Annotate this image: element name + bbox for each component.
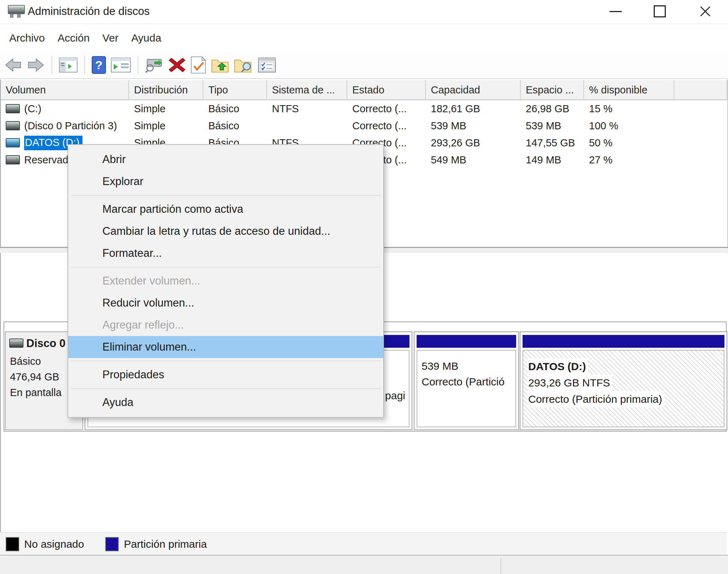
cell-espacio: 149 MB	[521, 154, 584, 166]
cell-estado: Correcto (...	[347, 120, 426, 132]
partition-body-selected: DATOS (D:) 293,26 GB NTFS Correcto (Part…	[523, 350, 724, 427]
menu-item-formatear[interactable]: Formatear...	[68, 242, 383, 264]
partition-status: Correcto (Partició	[422, 374, 504, 390]
volume-icon	[6, 104, 20, 113]
menubar: Archivo Acción Ver Ayuda	[0, 23, 728, 53]
disk-drive-icon	[8, 4, 24, 18]
cell-estado: Correcto (...	[347, 103, 426, 115]
cell-volumen: (Disco 0 Partición 3)	[24, 120, 117, 132]
legend-bar: No asignado Partición primaria	[0, 532, 727, 556]
cell-disponible: 50 %	[584, 137, 674, 149]
column-header-volumen[interactable]: Volumen	[1, 80, 129, 100]
cell-disponible: 100 %	[584, 120, 674, 132]
partition-name: DATOS (D:)	[528, 358, 588, 375]
cell-volumen: Reservado	[24, 154, 74, 166]
volume-icon	[6, 138, 20, 147]
cell-distribucion: Simple	[129, 120, 203, 132]
cell-sistema: NTFS	[267, 103, 347, 115]
menu-archivo[interactable]: Archivo	[6, 32, 48, 44]
cell-capacidad: 293,26 GB	[426, 137, 521, 149]
back-icon[interactable]	[4, 58, 22, 72]
legend-label-primary: Partición primaria	[124, 538, 207, 550]
close-icon	[699, 5, 712, 18]
cell-disponible: 27 %	[584, 154, 674, 166]
maximize-icon	[654, 5, 666, 17]
menu-item-abrir[interactable]: Abrir	[68, 148, 383, 170]
tasks-icon[interactable]	[258, 58, 276, 72]
forward-icon[interactable]	[27, 58, 45, 72]
menu-item-explorar[interactable]: Explorar	[68, 170, 383, 193]
legend-swatch-unallocated	[6, 537, 19, 551]
titlebar: Administración de discos	[0, 0, 728, 23]
toolbar: ?	[0, 52, 728, 79]
cell-capacidad: 182,61 GB	[426, 103, 521, 115]
column-header-sistema[interactable]: Sistema de ...	[267, 80, 347, 100]
delete-icon[interactable]	[168, 57, 186, 73]
column-header-disponible[interactable]: % disponible	[584, 80, 674, 100]
folder-search-icon[interactable]	[234, 57, 253, 73]
cell-volumen: (C:)	[24, 103, 41, 115]
column-header-capacidad[interactable]: Capacidad	[426, 80, 521, 100]
cell-disponible: 15 %	[584, 103, 674, 115]
disk-icon	[9, 339, 23, 348]
menu-item-eliminar-volumen[interactable]: Eliminar volumen...	[68, 336, 383, 358]
primary-partition-band	[523, 335, 724, 348]
window-title: Administración de discos	[28, 5, 150, 18]
console-tree-icon[interactable]	[59, 58, 77, 72]
menu-item-reducir[interactable]: Reducir volumen...	[68, 292, 383, 314]
partition-size: 539 MB	[422, 358, 458, 374]
cell-capacidad: 549 MB	[426, 154, 521, 166]
menu-item-cambiar-letra[interactable]: Cambiar la letra y rutas de acceso de un…	[68, 220, 383, 242]
toolbar-separator	[84, 56, 85, 74]
menu-accion[interactable]: Acción	[54, 32, 93, 44]
column-header-estado[interactable]: Estado	[347, 80, 426, 100]
folder-up-icon[interactable]	[211, 57, 229, 73]
menu-separator	[71, 388, 380, 389]
cell-espacio: 539 MB	[521, 120, 584, 132]
help-icon[interactable]: ?	[92, 56, 106, 74]
cell-tipo: Básico	[203, 120, 267, 132]
cell-espacio: 147,55 GB	[521, 137, 584, 149]
menu-item-marcar-activa[interactable]: Marcar partición como activa	[68, 198, 383, 220]
menu-separator	[71, 267, 380, 267]
volume-list-header: Volumen Distribución Tipo Sistema de ...…	[1, 80, 727, 100]
partition-block-datos[interactable]: DATOS (D:) 293,26 GB NTFS Correcto (Part…	[520, 331, 727, 430]
minimize-icon	[610, 11, 622, 12]
cell-tipo: Básico	[203, 103, 267, 115]
menu-ayuda[interactable]: Ayuda	[128, 32, 165, 44]
disk-name: Disco 0	[26, 337, 65, 350]
partition-body: 539 MB Correcto (Partició	[417, 350, 516, 427]
legend-swatch-primary	[105, 537, 119, 551]
menu-ver[interactable]: Ver	[99, 32, 122, 44]
svg-text:?: ?	[95, 58, 103, 72]
maximize-button[interactable]	[648, 2, 671, 21]
column-header-distribucion[interactable]: Distribución	[129, 80, 203, 100]
volume-icon	[6, 121, 20, 130]
partition-block-recovery[interactable]: 539 MB Correcto (Partició	[414, 331, 519, 430]
show-window-icon[interactable]	[111, 58, 131, 72]
disk-size: 476,94 GB	[10, 371, 59, 383]
volume-context-menu: Abrir Explorar Marcar partición como act…	[68, 144, 384, 418]
volume-icon	[6, 155, 20, 164]
column-header-tipo[interactable]: Tipo	[203, 80, 267, 100]
cell-espacio: 26,98 GB	[521, 103, 584, 115]
column-header-espacio[interactable]: Espacio ...	[521, 80, 584, 100]
toolbar-separator	[138, 56, 138, 74]
menu-separator	[71, 361, 380, 361]
menu-item-propiedades[interactable]: Propiedades	[68, 364, 383, 386]
table-row[interactable]: (Disco 0 Partición 3) Simple Básico Corr…	[1, 117, 727, 134]
minimize-button[interactable]	[604, 2, 627, 21]
close-button[interactable]	[694, 2, 717, 21]
disk-status: En pantalla	[10, 387, 61, 399]
table-row[interactable]: (C:) Simple Básico NTFS Correcto (... 18…	[1, 100, 727, 117]
cell-capacidad: 539 MB	[426, 120, 521, 132]
menu-item-ayuda[interactable]: Ayuda	[68, 391, 383, 413]
disk-action-icon[interactable]	[145, 57, 164, 73]
primary-partition-band	[417, 335, 516, 348]
cell-distribucion: Simple	[129, 103, 203, 115]
disk-management-window: Administración de discos Archivo Acción …	[0, 0, 728, 574]
report-check-icon[interactable]	[191, 56, 206, 74]
status-bar-divider	[500, 558, 501, 574]
legend-label-unallocated: No asignado	[24, 538, 84, 550]
partition-status: Correcto (Partición primaria)	[528, 391, 664, 407]
